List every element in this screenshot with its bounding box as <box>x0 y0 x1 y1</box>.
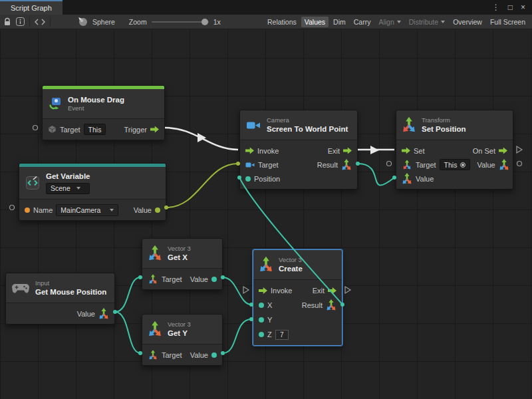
port-label-value: Value <box>190 275 208 283</box>
sphere-object-icon <box>78 17 88 27</box>
name-string-port[interactable] <box>25 207 30 213</box>
node-get-y[interactable]: Vector 3 Get Y Target Value <box>142 314 223 366</box>
node-get-x[interactable]: Vector 3 Get X Target Value <box>142 238 223 290</box>
graph-canvas[interactable]: On Mouse Drag Event Target This Trigger <box>0 29 532 399</box>
full-screen-button[interactable]: Full Screen <box>487 17 529 27</box>
exit-flow-port[interactable] <box>328 287 336 295</box>
vector3-port-icon[interactable] <box>326 300 336 311</box>
node-get-variable[interactable]: Get Variable Scene Name MainCamera Value <box>19 163 166 221</box>
port-row: Invoke Exit <box>240 144 357 158</box>
y-value-port[interactable] <box>259 317 264 323</box>
values-button[interactable]: Values <box>301 17 329 27</box>
node-header: Transform Set Position <box>396 110 513 140</box>
variable-name-dropdown[interactable]: MainCamera <box>56 204 118 216</box>
value-output-port[interactable] <box>211 352 217 358</box>
port-label-set: Set <box>414 147 425 155</box>
node-vector3-create[interactable]: Vector 3 Create Invoke Exit X Result <box>253 249 342 346</box>
gamepad-icon <box>12 283 29 294</box>
exit-flow-port[interactable] <box>343 147 352 154</box>
port-row: Target Result <box>240 158 357 172</box>
port-label-invoke: Invoke <box>257 147 279 155</box>
port-label-value-in: Value <box>416 175 434 183</box>
z-value-field[interactable]: 7 <box>275 330 289 340</box>
value-output-port[interactable] <box>155 207 160 213</box>
port-label-result: Result <box>302 301 323 309</box>
node-category: Vector 3 <box>279 256 303 264</box>
target-this-chip[interactable]: This <box>440 159 471 170</box>
maximize-icon[interactable]: □ <box>508 3 513 11</box>
graph-toolbar: Sphere Zoom 1x Relations Values Dim Carr… <box>0 15 532 29</box>
on-set-flow-port[interactable] <box>499 147 507 154</box>
port-label-value: Value <box>134 206 152 214</box>
close-icon[interactable]: × <box>521 3 525 11</box>
code-icon[interactable] <box>35 19 45 25</box>
window-menu-icon[interactable]: ⋮ <box>492 3 500 11</box>
node-category: Transform <box>422 116 466 124</box>
port-row: Z 7 <box>253 327 342 342</box>
value-output-port[interactable] <box>211 277 217 282</box>
set-flow-port[interactable] <box>402 147 410 154</box>
port-label-z: Z <box>267 331 272 338</box>
variable-scope-dropdown[interactable]: Scene <box>46 183 90 194</box>
z-value-port[interactable] <box>259 332 264 337</box>
node-title: Create <box>279 264 303 273</box>
port-label-x: X <box>267 301 272 309</box>
port-row: Value <box>6 307 114 321</box>
tab-script-graph[interactable]: Script Graph <box>0 0 63 15</box>
node-header: Vector 3 Get Y <box>142 315 222 344</box>
node-screen-to-world-point[interactable]: Camera Screen To World Point Invoke Exit… <box>239 110 358 190</box>
port-label-value: Value <box>77 310 95 318</box>
invoke-flow-port[interactable] <box>259 287 267 295</box>
align-button[interactable]: Align <box>375 17 404 27</box>
vector3-port-icon[interactable] <box>341 160 352 170</box>
port-label-trigger: Trigger <box>124 126 147 134</box>
vector3-port-icon[interactable] <box>98 309 109 319</box>
chevron-down-icon <box>397 21 401 23</box>
tab-label: Script Graph <box>11 4 52 12</box>
vector3-port-icon[interactable] <box>148 275 158 284</box>
selected-object-name[interactable]: Sphere <box>92 18 115 26</box>
port-label-on-set: On Set <box>473 147 495 155</box>
node-category: Input <box>35 279 106 287</box>
window-controls: ⋮ □ × <box>485 0 532 15</box>
port-row: Target This Value <box>396 158 513 172</box>
unity-visual-scripting-window: Script Graph ⋮ □ × Sphere Zoom 1x Relat <box>0 0 532 399</box>
port-row: Target This Trigger <box>43 122 164 136</box>
overview-button[interactable]: Overview <box>450 17 485 27</box>
node-get-mouse-position[interactable]: Input Get Mouse Position Value <box>5 273 115 325</box>
port-label-value: Value <box>190 351 208 359</box>
info-icon[interactable] <box>16 17 25 26</box>
vector3-port-icon[interactable] <box>402 174 412 184</box>
node-title: Screen To World Point <box>267 124 348 134</box>
invoke-flow-port[interactable] <box>245 147 254 154</box>
node-header: Input Get Mouse Position <box>6 273 114 303</box>
dim-button[interactable]: Dim <box>330 17 349 27</box>
trigger-flow-port[interactable] <box>150 126 159 133</box>
port-label-y: Y <box>267 316 272 324</box>
distribute-button[interactable]: Distribute <box>406 17 448 27</box>
port-row: Position <box>240 172 357 186</box>
port-row: Name MainCamera Value <box>19 203 166 217</box>
carry-button[interactable]: Carry <box>350 17 374 27</box>
object-picker-icon[interactable] <box>460 162 466 168</box>
zoom-slider-handle[interactable] <box>201 19 208 25</box>
lock-icon[interactable] <box>3 17 11 26</box>
node-title: Get Variable <box>46 172 90 181</box>
zoom-slider[interactable] <box>152 21 209 23</box>
camera-icon <box>246 120 261 130</box>
port-label-value-out: Value <box>477 161 495 169</box>
port-row: X Result <box>253 298 342 313</box>
port-row: Target Value <box>142 348 222 362</box>
position-value-port[interactable] <box>245 176 251 182</box>
relations-button[interactable]: Relations <box>264 17 300 27</box>
vector3-port-icon[interactable] <box>148 350 158 360</box>
port-row: Target Value <box>142 272 222 286</box>
transform-type-icon <box>402 160 412 170</box>
target-this-chip[interactable]: This <box>84 124 106 135</box>
node-on-mouse-drag[interactable]: On Mouse Drag Event Target This Trigger <box>42 85 165 140</box>
vector3-port-icon[interactable] <box>499 160 509 170</box>
x-value-port[interactable] <box>259 303 264 308</box>
node-set-position[interactable]: Transform Set Position Set On Set Target… <box>396 110 513 190</box>
port-label-target: Target <box>60 126 80 134</box>
port-label-exit: Exit <box>328 147 340 155</box>
